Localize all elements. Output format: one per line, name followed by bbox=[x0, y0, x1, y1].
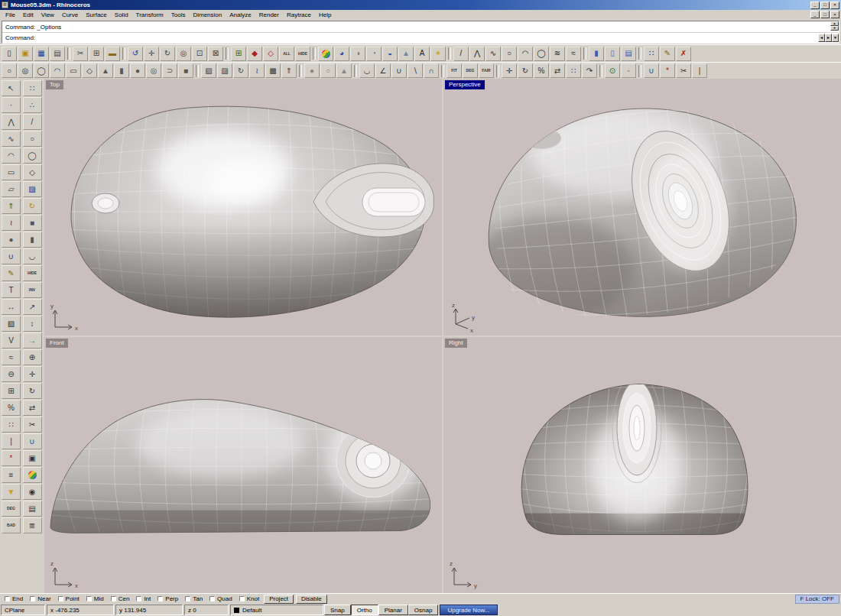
osnap-toggle-perp[interactable]: Perp bbox=[155, 595, 183, 602]
sphere-shaded-icon[interactable]: ● bbox=[304, 63, 320, 78]
zoom-out-icon[interactable]: ⊖ bbox=[2, 366, 21, 382]
grid-options-icon[interactable]: ⊞ bbox=[231, 47, 246, 61]
curvature-analysis-icon[interactable]: ≈ bbox=[2, 349, 21, 365]
circle-tool-icon[interactable]: ○ bbox=[23, 131, 42, 147]
light-tool-icon[interactable]: ✶ bbox=[430, 47, 446, 61]
scale-tool-icon[interactable]: % bbox=[2, 400, 21, 416]
osnap-toggle-knot[interactable]: Knot bbox=[237, 595, 264, 602]
points-on-icon[interactable]: ⊙ bbox=[605, 63, 620, 78]
viewport-top-canvas[interactable] bbox=[44, 79, 442, 336]
camera-tool-icon[interactable]: ◉ bbox=[23, 484, 42, 500]
zoom-extents-icon[interactable]: ⊠ bbox=[208, 47, 223, 61]
menu-item-raytrace[interactable]: Raytrace bbox=[283, 11, 315, 19]
freeform-curve-icon[interactable]: ∿ bbox=[2, 131, 21, 147]
rotate-tool-icon[interactable]: ↻ bbox=[23, 383, 42, 399]
rectangle-tool-icon[interactable]: ▭ bbox=[66, 63, 81, 78]
copy-objects-icon[interactable]: ⊞ bbox=[89, 47, 104, 61]
boolean-difference-icon[interactable]: ∖ bbox=[408, 63, 423, 78]
select-pointer-icon[interactable]: ↖ bbox=[2, 80, 21, 96]
curve-offset-icon[interactable]: ≈ bbox=[566, 47, 581, 61]
pan-view-icon[interactable]: ✛ bbox=[144, 47, 159, 61]
rectangle-tool-icon[interactable]: ▭ bbox=[2, 164, 21, 180]
undo-icon[interactable]: ↺ bbox=[128, 47, 143, 61]
named-views-icon[interactable]: ▤ bbox=[23, 501, 42, 517]
mdi-restore-button[interactable]: □ bbox=[820, 11, 830, 18]
menu-item-view[interactable]: View bbox=[37, 11, 58, 19]
pencil-edit-icon[interactable]: ✎ bbox=[660, 47, 675, 61]
revolve-surface-icon[interactable]: ↻ bbox=[233, 63, 248, 78]
osnap-toggle-cen[interactable]: Cen bbox=[109, 595, 135, 602]
text-tool-icon[interactable]: T bbox=[2, 282, 21, 298]
polygon-tool-icon[interactable]: ◇ bbox=[82, 63, 97, 78]
cylinder-tool-icon[interactable]: ▮ bbox=[114, 63, 129, 78]
viewport-perspective[interactable]: Perspective bbox=[443, 79, 841, 336]
move-tool-icon[interactable]: ✛ bbox=[23, 366, 42, 382]
fair-curve-icon[interactable]: FAIR bbox=[479, 63, 494, 78]
menu-item-file[interactable]: File bbox=[2, 11, 19, 19]
surface-from-curves-icon[interactable]: ▧ bbox=[201, 63, 216, 78]
trim-tool-icon[interactable]: ✂ bbox=[23, 417, 42, 433]
curve-line-icon[interactable]: / bbox=[453, 47, 469, 61]
close-button[interactable]: × bbox=[830, 2, 839, 9]
command-dropdown-icon[interactable]: ▼ bbox=[832, 34, 839, 42]
mirror-tool-icon[interactable]: ⇄ bbox=[550, 63, 565, 78]
explode-tool-icon[interactable]: * bbox=[2, 450, 21, 466]
render-scene-icon[interactable] bbox=[318, 47, 333, 61]
menu-item-curve[interactable]: Curve bbox=[58, 11, 82, 19]
sweep-tool-icon[interactable]: ≀ bbox=[2, 215, 21, 231]
zoom-all-icon[interactable]: ALL bbox=[279, 47, 294, 61]
arc-tool-icon[interactable]: ◠ bbox=[50, 63, 65, 78]
osnap-toggle-point[interactable]: Point bbox=[56, 595, 84, 602]
zoom-window-icon[interactable]: ⊡ bbox=[192, 47, 207, 61]
cone-shaded-icon[interactable]: ▲ bbox=[336, 63, 352, 78]
check-objects-icon[interactable]: V bbox=[2, 332, 21, 349]
osnap-toggle-near[interactable]: Near bbox=[28, 595, 55, 602]
sweep-surface-icon[interactable]: ≀ bbox=[249, 63, 265, 78]
hide-objects-icon[interactable]: HIDE bbox=[23, 265, 42, 281]
mdi-minimize-button[interactable]: _ bbox=[810, 11, 820, 18]
ghosted-viewport-icon[interactable]: ◇ bbox=[263, 47, 278, 61]
viewport-perspective-canvas[interactable] bbox=[443, 79, 841, 336]
single-point-icon[interactable]: · bbox=[2, 97, 21, 113]
sphere-tool-icon[interactable]: ● bbox=[130, 63, 145, 78]
polygon-tool-icon[interactable]: ◇ bbox=[23, 164, 42, 180]
curve-edit-points-icon[interactable]: ✎ bbox=[2, 265, 21, 281]
zoom-dynamic-icon[interactable]: ◎ bbox=[176, 47, 191, 61]
hatch-tool-icon[interactable]: ▧ bbox=[2, 316, 21, 332]
loft-surface-icon[interactable]: ▨ bbox=[23, 181, 42, 197]
menu-item-surface[interactable]: Surface bbox=[82, 11, 111, 19]
vertical-dimension-icon[interactable]: ↕ bbox=[23, 316, 42, 332]
status-toggle-planar[interactable]: Planar bbox=[378, 605, 408, 615]
osnap-toggle-mid[interactable]: Mid bbox=[84, 595, 109, 602]
scale-tool-icon[interactable]: % bbox=[534, 63, 549, 78]
trim-tool-icon[interactable]: ✂ bbox=[676, 63, 691, 78]
layer-manager-icon[interactable]: ≡ bbox=[2, 467, 21, 483]
sphere-wireframe-icon[interactable]: ○ bbox=[320, 63, 336, 78]
osnap-toggle-tan[interactable]: Tan bbox=[183, 595, 207, 602]
fillet-tool-icon[interactable]: ◡ bbox=[23, 248, 42, 264]
viewport-front-canvas[interactable] bbox=[44, 337, 442, 593]
shaded-mode-icon[interactable]: ◑ bbox=[350, 47, 365, 61]
line-tool-icon[interactable]: / bbox=[23, 114, 42, 130]
flock-status[interactable]: F Lock: OFF bbox=[795, 595, 839, 604]
box-tool-icon[interactable]: ■ bbox=[178, 63, 193, 78]
layers-panel-icon[interactable]: ▮ bbox=[589, 47, 604, 61]
viewport-top-label[interactable]: Top bbox=[46, 80, 63, 89]
texture-mode-icon[interactable]: ▲ bbox=[398, 47, 414, 61]
change-degree-icon[interactable]: DEG bbox=[463, 63, 478, 78]
hide-show-icon[interactable]: HIDE bbox=[295, 47, 310, 61]
xray-mode-icon[interactable]: ◔ bbox=[366, 47, 382, 61]
polyline-tool-icon[interactable]: ⋀ bbox=[2, 114, 21, 130]
minimize-button[interactable]: _ bbox=[810, 2, 820, 9]
menu-item-analyze[interactable]: Analyze bbox=[226, 11, 255, 19]
disable-button[interactable]: Disable bbox=[296, 595, 327, 604]
shade-viewport-icon[interactable]: ◆ bbox=[247, 47, 262, 61]
save-file-icon[interactable]: ▦ bbox=[34, 47, 49, 61]
spotlight-tool-icon[interactable]: ▼ bbox=[2, 484, 21, 500]
join-tool-icon[interactable]: ∪ bbox=[23, 433, 42, 449]
boolean-union-icon[interactable]: ∪ bbox=[391, 63, 407, 78]
extrude-surface-icon[interactable]: ⇑ bbox=[281, 63, 297, 78]
command-history[interactable]: Command: _Options ▲ ▼ bbox=[2, 21, 839, 32]
raytrace-mode-icon[interactable]: ◒ bbox=[382, 47, 398, 61]
notes-panel-icon[interactable]: ≣ bbox=[23, 517, 42, 533]
